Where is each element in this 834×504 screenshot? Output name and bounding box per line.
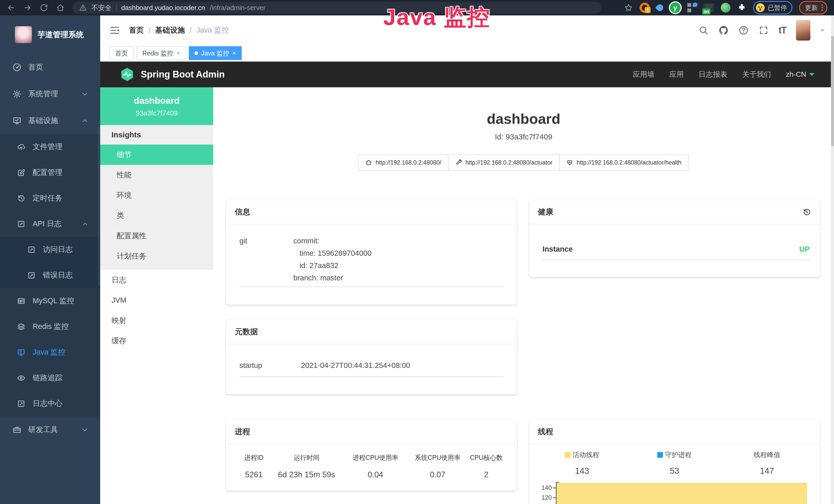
- menu-item-caches[interactable]: 缓存: [100, 331, 213, 351]
- sidebar-item-log-center[interactable]: 日志中心: [0, 391, 100, 416]
- health-instance-row: Instance UP: [543, 245, 810, 260]
- sba-link-about[interactable]: 关于我们: [742, 70, 771, 79]
- menu-item-metrics[interactable]: 性能: [100, 165, 213, 185]
- sidebar-item-api-log[interactable]: API 日志: [0, 211, 100, 237]
- menu-item-jvm[interactable]: JVM: [100, 290, 213, 311]
- menu-item-logging[interactable]: 日志: [100, 270, 213, 290]
- extension-leaf-icon[interactable]: [721, 3, 730, 13]
- sidebar-item-devtools[interactable]: 研发工具: [0, 416, 100, 443]
- forward-icon[interactable]: [23, 3, 32, 12]
- history-restore-icon[interactable]: [803, 208, 811, 216]
- chevron-down-icon: [80, 89, 89, 98]
- metadata-value: 2021-04-27T00:44:31.254+08:00: [301, 361, 410, 370]
- menu-item-mappings[interactable]: 映射: [100, 311, 213, 331]
- process-value: 0.04: [342, 470, 409, 479]
- sidebar-item-home[interactable]: 首页: [0, 54, 100, 81]
- legend-swatch-blue: [657, 452, 663, 458]
- process-header: 运行时间: [271, 453, 342, 462]
- tab-home[interactable]: 首页: [109, 46, 134, 60]
- sidebar-item-mysql[interactable]: MySQL 监控: [0, 288, 100, 314]
- process-header: CPU核心数: [466, 453, 506, 462]
- metadata-key: startup: [239, 361, 301, 370]
- sba-navbar: Spring Boot Admin 应用墙 应用 日志报表 关于我们 zh-CN: [100, 62, 834, 87]
- sidebar-item-java-monitor[interactable]: Java 监控: [0, 339, 100, 365]
- help-icon[interactable]: [739, 25, 749, 36]
- tab-java-monitor[interactable]: Java 监控×: [189, 46, 242, 60]
- page-scrollbar[interactable]: [831, 16, 834, 504]
- chevron-up-icon: [80, 116, 89, 125]
- process-card-title: 进程: [235, 427, 250, 437]
- menu-item-config-props[interactable]: 配置属性: [100, 226, 213, 246]
- sidebar-item-jobs[interactable]: 定时任务: [0, 185, 100, 211]
- sba-link-applications[interactable]: 应用: [670, 70, 684, 79]
- breadcrumb-home[interactable]: 首页: [129, 25, 144, 36]
- sidebar-item-access-log[interactable]: 访问日志: [0, 237, 100, 262]
- menu-item-details[interactable]: 细节: [100, 144, 213, 165]
- sba-link-journal[interactable]: 日志报表: [699, 70, 727, 79]
- health-card-title: 健康: [538, 207, 553, 217]
- sidebar-item-files[interactable]: 文件管理: [0, 134, 100, 160]
- address-bar[interactable]: 不安全 dashboard.yudao.iocoder.cn /infra/ad…: [72, 2, 602, 14]
- extension-grid-icon[interactable]: [687, 3, 697, 12]
- instance-header[interactable]: dashboard 93a3fc7f7409: [100, 87, 213, 125]
- avatar[interactable]: [796, 20, 810, 41]
- sidebar-submenu-infra: 文件管理 配置管理 定时任务 API 日志 访问日志 错误日志: [0, 134, 100, 416]
- hamburger-fold-icon[interactable]: [109, 25, 120, 36]
- actuator-url-button[interactable]: http://192.168.0.2:48080/actuator: [448, 155, 560, 170]
- sidebar-item-error-log[interactable]: 错误日志: [0, 262, 100, 288]
- toolbox-icon: [12, 425, 22, 434]
- service-url-button[interactable]: http://192.168.0.2:48080/: [358, 155, 448, 170]
- log-icon: [27, 246, 36, 254]
- monitor-check-icon: [12, 116, 22, 125]
- paused-badge[interactable]: 已暂停: [753, 1, 792, 15]
- avatar-caret-down-icon[interactable]: [820, 29, 825, 34]
- extension-pin-icon[interactable]: [655, 3, 665, 13]
- tab-redis-monitor[interactable]: Redis 监控×: [137, 46, 186, 60]
- back-icon[interactable]: [7, 3, 16, 12]
- menu-item-classes[interactable]: 类: [100, 205, 213, 226]
- info-value: commit: time: 1596289704000 id: 27aa832 …: [293, 235, 372, 284]
- sidebar-item-config[interactable]: 配置管理: [0, 160, 100, 185]
- sba-brand[interactable]: Spring Boot Admin: [141, 69, 225, 80]
- fullscreen-icon[interactable]: [759, 25, 769, 36]
- health-url-button[interactable]: http://192.168.0.2:48080/actuator/health: [559, 155, 688, 170]
- github-icon[interactable]: [719, 25, 729, 36]
- page-title: dashboard: [213, 111, 834, 127]
- reload-icon[interactable]: [40, 3, 48, 12]
- sidebar-item-redis[interactable]: Redis 监控: [0, 314, 100, 339]
- metadata-row: startup 2021-04-27T00:44:31.254+08:00: [239, 361, 503, 377]
- search-icon[interactable]: [698, 25, 709, 36]
- legend-live-threads: 活动线程 143: [536, 450, 628, 476]
- menu-item-scheduled-tasks[interactable]: 计划任务: [100, 246, 213, 266]
- home-icon: [365, 159, 372, 166]
- bookmark-star-icon[interactable]: [624, 3, 633, 12]
- left-column: 信息 git commit: time: 1596289704000 id: 2…: [226, 200, 517, 504]
- update-button[interactable]: 更新: [799, 1, 827, 15]
- instance-urls: http://192.168.0.2:48080/ http://192.168…: [213, 155, 834, 170]
- sidebar-item-system[interactable]: 系统管理: [0, 81, 100, 107]
- app-logo[interactable]: 芋道管理系统: [0, 16, 100, 54]
- close-icon[interactable]: ×: [176, 49, 180, 57]
- page-scrollbar-thumb[interactable]: [831, 36, 834, 146]
- spring-boot-admin-logo[interactable]: [120, 67, 135, 82]
- sidebar-item-infra[interactable]: 基础设施: [0, 107, 100, 134]
- extension-colorful-icon[interactable]: 1: [640, 3, 650, 13]
- browser-menu-icon[interactable]: [821, 4, 823, 11]
- sba-link-wallboard[interactable]: 应用墙: [633, 70, 655, 79]
- sidebar-scrollbar[interactable]: [98, 126, 100, 285]
- locale-select[interactable]: zh-CN: [786, 70, 814, 78]
- legend-peak-threads: 线程峰值 147: [721, 450, 813, 476]
- extension-switch-icon[interactable]: on: [703, 3, 714, 12]
- close-icon[interactable]: ×: [233, 49, 236, 57]
- sidebar-item-tracing[interactable]: 链路追踪: [0, 365, 100, 391]
- info-card: 信息 git commit: time: 1596289704000 id: 2…: [226, 200, 517, 305]
- extensions-puzzle-icon[interactable]: [737, 3, 746, 12]
- breadcrumb-infra[interactable]: 基础设施: [155, 25, 185, 36]
- font-size-icon[interactable]: tT: [778, 25, 786, 36]
- home-browser-icon[interactable]: [56, 3, 65, 12]
- menu-item-environment[interactable]: 环境: [100, 185, 213, 205]
- legend-daemon-value: 53: [628, 466, 721, 476]
- y-tick-label: 120: [536, 494, 552, 501]
- extension-y-icon[interactable]: y: [670, 2, 681, 13]
- security-label[interactable]: 不安全: [91, 3, 111, 12]
